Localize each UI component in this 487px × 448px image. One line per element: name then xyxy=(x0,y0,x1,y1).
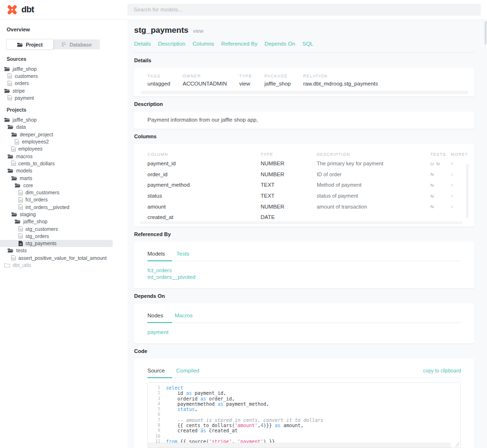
view-toggle-label: Project xyxy=(26,42,43,48)
tree-item-dbt-utils[interactable]: dbt_utils xyxy=(0,261,127,268)
tree-item-stg-payments[interactable]: stg_payments xyxy=(0,240,113,247)
referenced-by-tab-models[interactable]: Models xyxy=(147,251,165,257)
tree-item-stripe[interactable]: stripe xyxy=(0,87,127,94)
details-heading: Details xyxy=(134,58,474,63)
tree-item-label: cents_to_dollars xyxy=(19,161,55,166)
tree-item-jaffle-shop[interactable]: jaffle_shop xyxy=(0,116,127,123)
tree-item-deeper-project[interactable]: deeper_project xyxy=(0,131,127,138)
tree-item-employees2[interactable]: employees2 xyxy=(0,138,127,145)
line-number: 6 xyxy=(148,412,166,417)
expand-row-chevron-icon[interactable]: › xyxy=(451,160,461,167)
line-number: 3 xyxy=(148,396,166,401)
tree-item-label: jaffle_shop xyxy=(13,66,37,72)
code-horizontal-scrollbar[interactable] xyxy=(148,443,451,448)
expand-row-chevron-icon[interactable]: › xyxy=(451,171,461,178)
expand-row-chevron-icon[interactable]: › xyxy=(451,181,461,188)
file-icon xyxy=(15,139,19,144)
nav-link-columns[interactable]: Columns xyxy=(193,41,214,47)
tree-item-marts[interactable]: marts xyxy=(0,174,127,181)
tree-item-customers[interactable]: customers xyxy=(0,72,127,79)
details-scrollbar-track[interactable] xyxy=(141,91,468,94)
nav-link-referenced-by[interactable]: Referenced By xyxy=(221,41,257,47)
token-kw: select xyxy=(166,385,183,391)
referenced-by-link-int-orders-pivoted[interactable]: int_orders__pivoted xyxy=(147,274,461,281)
cell-type: NUMBER xyxy=(261,161,317,166)
hierarchy-icon xyxy=(61,42,67,47)
expand-row-chevron-icon[interactable]: › xyxy=(451,203,461,210)
tree-item-fct-orders[interactable]: fct_orders xyxy=(0,196,127,203)
main-content: stg_payments view DetailsDescriptionColu… xyxy=(127,19,487,448)
tree-item-jaffle-shop[interactable]: jaffle_shop xyxy=(0,218,127,225)
cell-type: NUMBER xyxy=(261,204,317,210)
columns-section: Columns COLUMNTYPEDESCRIPTIONTESTSMORE? … xyxy=(134,134,474,227)
tree-item-employees[interactable]: employees xyxy=(0,145,127,153)
line-number: 1 xyxy=(148,385,166,391)
expand-row-chevron-icon[interactable]: › xyxy=(451,192,461,199)
tree-item-label: stg_payments xyxy=(26,240,57,246)
copy-to-clipboard-button[interactable]: copy to clipboard xyxy=(423,368,461,373)
folder-open-icon xyxy=(11,176,17,181)
nav-link-sql[interactable]: SQL xyxy=(302,41,313,47)
tree-item-staging[interactable]: staging xyxy=(0,210,127,218)
code-tab-compiled[interactable]: Compiled xyxy=(176,368,199,373)
token-id: , xyxy=(195,407,197,412)
file-icon xyxy=(8,81,12,86)
folder-open-icon xyxy=(8,248,13,253)
code-line-6: 6 xyxy=(148,412,460,417)
token-kw: as xyxy=(200,396,206,401)
tree-item-label: assert_positive_value_for_total_amount xyxy=(19,255,107,261)
nav-link-depends-on[interactable]: Depends On xyxy=(264,41,295,47)
tree-item-data[interactable]: data xyxy=(0,124,127,131)
line-number: 4 xyxy=(148,401,166,407)
column-header-column: COLUMN xyxy=(147,152,261,157)
detail-field-owner: OWNERACCOUNTADMIN xyxy=(183,74,227,86)
referenced-by-link-fct-orders[interactable]: fct_orders xyxy=(147,267,461,274)
search-input[interactable] xyxy=(127,4,481,16)
depends-on-tab-nodes[interactable]: Nodes xyxy=(147,313,163,318)
depends-on-link-payment[interactable]: payment xyxy=(147,329,461,336)
referenced-by-tab-tests[interactable]: Tests xyxy=(176,251,189,257)
tree-item-cents-to-dollars[interactable]: cents_to_dollars xyxy=(0,160,127,167)
folder-icon xyxy=(17,42,23,47)
tree-item-macros[interactable]: macros xyxy=(0,153,127,160)
view-toggle-project[interactable]: Project xyxy=(7,39,53,49)
columns-horizontal-scrollbar[interactable] xyxy=(140,221,463,224)
depends-on-tab-macros[interactable]: Macros xyxy=(175,313,193,318)
column-header-tests: TESTS xyxy=(430,152,451,157)
tree-item-dim-customers[interactable]: dim_customers xyxy=(0,189,127,196)
tree-item-orders[interactable]: orders xyxy=(0,80,127,87)
details-section: Details TAGSuntaggedOWNERACCOUNTADMINTYP… xyxy=(134,58,474,96)
tree-item-models[interactable]: models xyxy=(0,167,127,174)
nav-link-details[interactable]: Details xyxy=(134,41,151,47)
page-scrollbar-thumb[interactable] xyxy=(485,21,487,45)
token-id: id xyxy=(166,391,186,396)
referenced-by-tabs: ModelsTests xyxy=(147,251,461,261)
columns-vertical-scrollbar[interactable] xyxy=(466,164,468,218)
tree-item-core[interactable]: core xyxy=(0,181,127,189)
tree-item-jaffle-shop[interactable]: jaffle_shop xyxy=(0,65,127,72)
code-tabs: SourceCompiledcopy to clipboard xyxy=(147,368,461,378)
tree-item-int-orders-pivoted[interactable]: int_orders__pivoted xyxy=(0,203,127,210)
column-header-description: DESCRIPTION xyxy=(317,152,430,157)
code-tab-source[interactable]: Source xyxy=(147,368,165,373)
resize-grip-icon[interactable] xyxy=(455,442,459,447)
cell-column-name: status xyxy=(147,193,261,199)
cell-description: Method of payment xyxy=(317,182,430,188)
tree-item-tests[interactable]: tests xyxy=(0,247,127,254)
code-line-9: 9 created as created_at xyxy=(148,428,460,433)
detail-field-value: view xyxy=(239,81,252,86)
header-divider xyxy=(134,52,474,53)
overview-link[interactable]: Overview xyxy=(7,27,121,32)
dbt-logo[interactable]: dbt xyxy=(0,4,127,16)
tree-item-stg-orders[interactable]: stg_orders xyxy=(0,232,127,239)
tree-item-stg-customers[interactable]: stg_customers xyxy=(0,225,127,232)
token-id: created_at xyxy=(206,428,237,433)
view-toggle: ProjectDatabase xyxy=(7,39,100,49)
tree-item-assert-positive-value-for-total-amount[interactable]: assert_positive_value_for_total_amount xyxy=(0,254,127,261)
file-icon xyxy=(11,255,16,260)
tree-item-payment[interactable]: payment xyxy=(0,94,127,101)
view-toggle-database[interactable]: Database xyxy=(53,39,100,49)
nav-link-description[interactable]: Description xyxy=(158,41,185,47)
description-card: Payment information from our jaffle shop… xyxy=(134,112,474,129)
file-icon xyxy=(11,161,16,166)
